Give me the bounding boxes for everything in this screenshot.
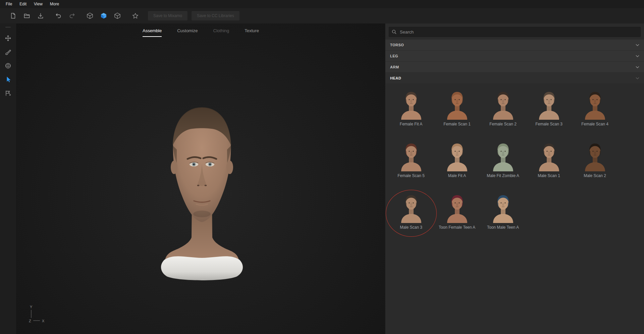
section-torso-label: TORSO bbox=[390, 43, 404, 47]
preview-cube-button[interactable] bbox=[112, 11, 122, 21]
undo-button[interactable] bbox=[53, 11, 63, 21]
sphere-tool-button[interactable] bbox=[3, 60, 13, 71]
head-item-label: Female Scan 1 bbox=[443, 122, 471, 126]
head-item-male-scan-1[interactable]: Male Scan 1 bbox=[526, 140, 572, 183]
head-item-label: Female Fit A bbox=[400, 122, 422, 126]
head-thumbnail bbox=[397, 89, 426, 121]
head-item-male-scan-2[interactable]: Male Scan 2 bbox=[572, 140, 618, 183]
active-cube-button[interactable] bbox=[99, 11, 109, 21]
import-button[interactable] bbox=[36, 11, 46, 21]
head-thumbnail bbox=[535, 140, 564, 172]
tab-customize[interactable]: Customize bbox=[177, 28, 198, 37]
axis-y-label: Y bbox=[30, 305, 33, 309]
head-item-toon-female-teen-a[interactable]: Toon Female Teen A bbox=[434, 192, 480, 235]
sphere-tool-icon bbox=[5, 62, 11, 69]
pose-tool-button[interactable] bbox=[3, 88, 13, 99]
section-arm[interactable]: ARM bbox=[385, 62, 644, 73]
tab-texture[interactable]: Texture bbox=[245, 28, 259, 37]
tool-sidebar bbox=[0, 23, 16, 334]
head-item-female-fit-a[interactable]: Female Fit A bbox=[388, 89, 434, 131]
open-folder-button[interactable] bbox=[22, 11, 32, 21]
star-icon bbox=[132, 12, 139, 19]
head-thumbnail bbox=[581, 89, 609, 121]
head-thumbnail bbox=[489, 192, 518, 224]
head-item-male-fit-zombie-a[interactable]: Male Fit Zombie A bbox=[480, 140, 526, 183]
chevron-down-icon bbox=[636, 66, 639, 68]
section-leg[interactable]: LEG bbox=[385, 51, 644, 62]
tab-assemble[interactable]: Assemble bbox=[143, 28, 162, 37]
section-head[interactable]: HEAD bbox=[385, 73, 644, 84]
section-head-label: HEAD bbox=[390, 76, 401, 80]
pose-tool-icon bbox=[5, 90, 11, 97]
select-tool-button[interactable] bbox=[3, 74, 13, 85]
new-document-icon bbox=[10, 12, 16, 19]
section-leg-label: LEG bbox=[390, 54, 398, 58]
menu-view[interactable]: View bbox=[30, 0, 46, 8]
head-thumbnail bbox=[489, 89, 518, 121]
head-thumbnail bbox=[397, 140, 426, 172]
head-item-female-scan-1[interactable]: Female Scan 1 bbox=[434, 89, 480, 131]
mode-tabs: Assemble Customize Clothing Texture bbox=[16, 28, 385, 37]
head-item-female-scan-5[interactable]: Female Scan 5 bbox=[388, 140, 434, 183]
cube-outline-icon bbox=[86, 12, 94, 19]
head-item-label: Female Scan 5 bbox=[397, 173, 425, 178]
import-icon bbox=[37, 12, 44, 19]
head-item-label: Female Scan 4 bbox=[581, 122, 608, 126]
head-item-toon-male-teen-a[interactable]: Toon Male Teen A bbox=[480, 192, 526, 235]
redo-button[interactable] bbox=[67, 11, 77, 21]
section-arm-label: ARM bbox=[390, 65, 399, 69]
head-grid: Female Fit A Female Scan 1 bbox=[385, 84, 644, 235]
open-folder-icon bbox=[23, 12, 30, 19]
axis-x-label: X bbox=[42, 319, 45, 323]
paint-tool-icon bbox=[5, 49, 11, 55]
head-item-label: Toon Male Teen A bbox=[487, 225, 519, 230]
move-tool-button[interactable] bbox=[3, 33, 13, 44]
new-document-button[interactable] bbox=[8, 11, 18, 21]
cube-filled-blue-icon bbox=[100, 12, 107, 19]
menu-more[interactable]: More bbox=[46, 0, 63, 8]
head-item-label: Male Fit Zombie A bbox=[487, 173, 519, 178]
move-tool-icon bbox=[5, 35, 11, 42]
head-item-label: Female Scan 3 bbox=[535, 122, 562, 126]
head-item-label: Toon Female Teen A bbox=[439, 225, 475, 230]
right-panel: TORSO LEG ARM HEAD Female Fit bbox=[385, 23, 644, 334]
undo-icon bbox=[55, 12, 62, 19]
head-thumbnail bbox=[443, 192, 472, 224]
menu-bar: File Edit View More bbox=[0, 0, 644, 8]
save-to-cc-libraries-button[interactable]: Save to CC Libraries bbox=[192, 11, 239, 20]
axis-z-label: Z bbox=[29, 319, 31, 323]
toolbar: Save to Mixamo Save to CC Libraries bbox=[0, 8, 644, 23]
menu-file[interactable]: File bbox=[2, 0, 16, 8]
viewport-3d[interactable]: Assemble Customize Clothing Texture bbox=[16, 23, 385, 334]
head-item-female-scan-2[interactable]: Female Scan 2 bbox=[480, 89, 526, 131]
save-to-mixamo-button[interactable]: Save to Mixamo bbox=[148, 11, 187, 20]
head-item-male-fit-a[interactable]: Male Fit A bbox=[434, 140, 480, 183]
chevron-down-icon bbox=[636, 55, 639, 57]
head-thumbnail bbox=[443, 140, 472, 172]
character-head-model bbox=[146, 106, 258, 285]
head-thumbnail bbox=[443, 89, 472, 121]
sidebar-drag-handle[interactable] bbox=[5, 27, 11, 27]
favorites-button[interactable] bbox=[130, 11, 140, 21]
menu-edit[interactable]: Edit bbox=[16, 0, 30, 8]
head-thumbnail bbox=[489, 140, 518, 172]
select-tool-icon bbox=[5, 76, 11, 83]
head-item-label: Male Scan 3 bbox=[400, 225, 422, 230]
tab-clothing[interactable]: Clothing bbox=[213, 28, 229, 37]
search-bar bbox=[389, 27, 641, 37]
head-thumbnail bbox=[397, 192, 426, 224]
section-torso[interactable]: TORSO bbox=[385, 40, 644, 51]
head-item-label: Male Scan 1 bbox=[538, 173, 560, 178]
assemble-cube-button[interactable] bbox=[85, 11, 95, 21]
head-item-female-scan-3[interactable]: Female Scan 3 bbox=[526, 89, 572, 131]
head-item-female-scan-4[interactable]: Female Scan 4 bbox=[572, 89, 618, 131]
paint-tool-button[interactable] bbox=[3, 47, 13, 57]
head-item-label: Male Fit A bbox=[448, 173, 466, 178]
chevron-down-icon bbox=[636, 44, 639, 46]
axis-gizmo: Y Z X bbox=[29, 304, 65, 324]
head-item-male-scan-3[interactable]: Male Scan 3 bbox=[388, 192, 434, 235]
redo-icon bbox=[69, 12, 75, 19]
head-thumbnail bbox=[581, 140, 609, 172]
head-thumbnail bbox=[535, 89, 564, 121]
search-input[interactable] bbox=[389, 27, 641, 37]
